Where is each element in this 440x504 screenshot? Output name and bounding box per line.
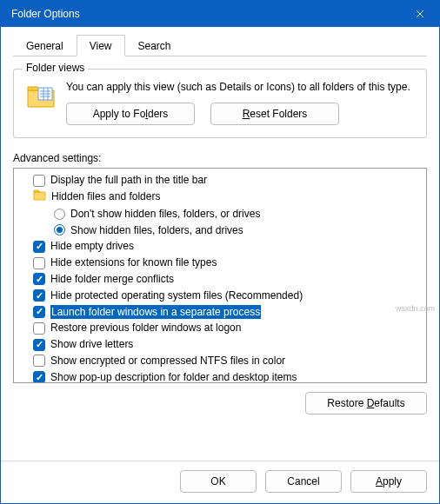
advanced-item-11[interactable]: Show encrypted or compressed NTFS files … xyxy=(16,353,424,369)
advanced-item-8[interactable]: Launch folder windows in a separate proc… xyxy=(16,304,424,321)
item-label: Show hidden files, folders, and drives xyxy=(70,223,243,238)
ok-button[interactable]: OK xyxy=(180,470,257,493)
checkbox-icon[interactable] xyxy=(33,371,45,383)
advanced-item-12[interactable]: Show pop-up description for folder and d… xyxy=(16,369,424,383)
folder-options-window: Folder Options General View Search Folde… xyxy=(0,0,440,504)
item-label: Show drive letters xyxy=(50,337,133,352)
item-label: Hide folder merge conflicts xyxy=(50,272,174,287)
advanced-item-0[interactable]: Display the full path in the title bar xyxy=(16,172,424,189)
folder-icon xyxy=(33,189,46,205)
item-label: Restore previous folder windows at logon xyxy=(50,321,241,335)
checkbox-icon[interactable] xyxy=(33,289,45,302)
tab-search[interactable]: Search xyxy=(125,35,184,56)
item-label: Hide extensions for known file types xyxy=(50,255,217,270)
folder-views-body: You can apply this view (such as Details… xyxy=(66,80,414,125)
advanced-item-3[interactable]: Show hidden files, folders, and drives xyxy=(16,222,424,239)
dialog-footer: OK Cancel Apply xyxy=(1,461,439,503)
checkbox-icon[interactable] xyxy=(33,322,45,335)
advanced-settings-list[interactable]: Display the full path in the title barHi… xyxy=(13,168,427,383)
advanced-item-5[interactable]: Hide extensions for known file types xyxy=(16,255,424,271)
apply-button[interactable]: Apply xyxy=(350,470,427,493)
item-label: Hide protected operating system files (R… xyxy=(50,288,303,303)
folder-views-label: Folder views xyxy=(23,62,88,74)
content-area: General View Search Folder views xyxy=(1,27,439,461)
restore-defaults-button[interactable]: Restore Defaults xyxy=(305,392,427,414)
advanced-item-7[interactable]: Hide protected operating system files (R… xyxy=(16,288,424,304)
advanced-item-2[interactable]: Don't show hidden files, folders, or dri… xyxy=(16,206,424,222)
checkbox-icon[interactable] xyxy=(33,306,45,318)
tab-strip: General View Search xyxy=(13,34,427,56)
item-label: Hidden files and folders xyxy=(51,189,160,204)
item-label: Launch folder windows in a separate proc… xyxy=(50,305,261,320)
cancel-button[interactable]: Cancel xyxy=(265,470,342,493)
item-label: Display the full path in the title bar xyxy=(50,173,207,188)
tab-general[interactable]: General xyxy=(13,35,77,56)
titlebar: Folder Options xyxy=(1,1,439,27)
radio-icon[interactable] xyxy=(54,209,65,220)
folder-views-row: You can apply this view (such as Details… xyxy=(26,80,414,125)
advanced-item-10[interactable]: Show drive letters xyxy=(16,336,424,353)
item-label: Show pop-up description for folder and d… xyxy=(50,370,297,383)
advanced-item-4[interactable]: Hide empty drives xyxy=(16,238,424,255)
window-title: Folder Options xyxy=(11,8,80,20)
checkbox-icon[interactable] xyxy=(33,241,45,253)
folder-views-group: Folder views You can apply thi xyxy=(13,69,427,138)
checkbox-icon[interactable] xyxy=(33,355,45,367)
radio-icon[interactable] xyxy=(54,224,65,235)
tab-view[interactable]: View xyxy=(77,35,125,56)
close-icon xyxy=(416,10,424,18)
folder-views-description: You can apply this view (such as Details… xyxy=(66,80,414,94)
checkbox-icon[interactable] xyxy=(33,273,45,285)
checkbox-icon[interactable] xyxy=(33,339,45,351)
close-button[interactable] xyxy=(401,1,439,27)
reset-folders-button[interactable]: Reset Folders xyxy=(210,103,339,125)
folder-icon xyxy=(26,83,56,109)
checkbox-icon[interactable] xyxy=(33,257,45,269)
advanced-item-9[interactable]: Restore previous folder windows at logon xyxy=(16,320,424,336)
apply-to-folders-button[interactable]: Apply to Folders xyxy=(66,103,195,125)
advanced-item-1: Hidden files and folders xyxy=(16,189,424,206)
advanced-settings-label: Advanced settings: xyxy=(13,152,427,164)
advanced-item-6[interactable]: Hide folder merge conflicts xyxy=(16,271,424,288)
checkbox-icon[interactable] xyxy=(33,175,45,187)
item-label: Don't show hidden files, folders, or dri… xyxy=(70,207,260,222)
item-label: Hide empty drives xyxy=(50,239,134,254)
item-label: Show encrypted or compressed NTFS files … xyxy=(50,354,285,368)
